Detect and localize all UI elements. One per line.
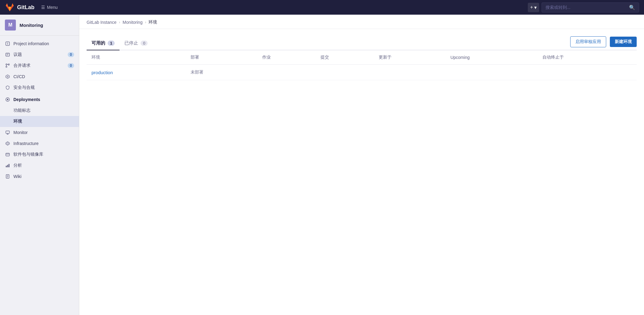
sidebar-item-issues[interactable]: 议题 0: [0, 49, 79, 60]
svg-rect-19: [6, 166, 7, 167]
sidebar-item-environments[interactable]: 环境: [0, 116, 79, 127]
env-name-link[interactable]: production: [91, 70, 113, 75]
tab-available-label: 可用的: [91, 40, 105, 46]
project-avatar: M: [5, 20, 16, 31]
sidebar-item-label: Project information: [13, 41, 74, 46]
main-content: GitLab Instance › Monitoring › 环境 可用的 1 …: [79, 15, 644, 315]
svg-point-6: [6, 64, 7, 65]
svg-point-8: [6, 66, 7, 67]
sidebar-item-label: Deployments: [13, 97, 74, 102]
packages-icon: [5, 152, 10, 157]
issues-badge: 0: [68, 52, 74, 57]
mr-badge: 0: [68, 63, 74, 68]
sidebar-item-label: Infrastructure: [13, 141, 74, 146]
gitlab-logo-icon: [5, 2, 15, 12]
tab-stopped-badge: 0: [141, 41, 148, 46]
env-upcoming-cell: [445, 65, 538, 80]
security-icon: [5, 85, 10, 90]
sidebar-item-label: 合并请求: [13, 63, 65, 68]
sidebar-item-packages[interactable]: 软件包与镜像库: [0, 149, 79, 160]
col-deploy: 部署: [186, 50, 257, 65]
svg-point-2: [7, 42, 8, 43]
sidebar-item-label: 分析: [13, 163, 74, 168]
search-icon-button[interactable]: 🔍: [629, 5, 635, 10]
sidebar-item-security[interactable]: 安全与合规: [0, 82, 79, 93]
sidebar-item-wiki[interactable]: Wiki: [0, 171, 79, 182]
issues-icon: [5, 52, 10, 57]
sidebar-item-label: 软件包与镜像库: [13, 152, 74, 157]
plus-icon: +: [530, 5, 533, 10]
svg-rect-20: [7, 165, 8, 167]
sidebar: M Monitoring Project information 议题 0: [0, 15, 79, 315]
sidebar-item-label: Monitor: [13, 130, 74, 135]
create-new-button[interactable]: + ▾: [528, 3, 539, 12]
sidebar-item-label: 功能标志: [13, 108, 74, 113]
svg-point-11: [7, 99, 9, 100]
svg-rect-12: [6, 131, 9, 133]
sidebar-item-label: 议题: [13, 52, 65, 57]
col-updated: 更新于: [374, 50, 445, 65]
col-environment: 环境: [87, 50, 186, 65]
merge-requests-icon: [5, 63, 10, 68]
hamburger-icon: ☰: [41, 5, 45, 10]
page-layout: M Monitoring Project information 议题 0: [0, 15, 644, 315]
sidebar-item-project-info[interactable]: Project information: [0, 38, 79, 49]
infrastructure-icon: [5, 141, 10, 146]
sidebar-item-monitor[interactable]: Monitor: [0, 127, 79, 138]
sidebar-item-cicd[interactable]: CI/CD: [0, 71, 79, 82]
breadcrumb-sep-1: ›: [119, 20, 120, 24]
sidebar-item-feature-flags[interactable]: 功能标志: [0, 105, 79, 116]
menu-label: Menu: [47, 5, 58, 10]
chevron-down-icon: ▾: [534, 5, 537, 10]
sidebar-item-deployments[interactable]: Deployments: [0, 93, 79, 105]
topnav: GitLab ☰ Menu + ▾ 🔍: [0, 0, 644, 15]
env-commit-cell: [316, 65, 374, 80]
tab-available[interactable]: 可用的 1: [87, 37, 120, 50]
sidebar-nav: Project information 议题 0 合并请求 0: [0, 36, 79, 184]
sidebar-item-label: Wiki: [13, 174, 74, 179]
environments-table: 环境 部署 作业 提交 更新于 Upcoming 自动终止于 productio…: [87, 50, 637, 80]
breadcrumb-current: 环境: [148, 20, 157, 25]
env-job-cell: [257, 65, 316, 80]
breadcrumb: GitLab Instance › Monitoring › 环境: [79, 15, 644, 29]
search-input[interactable]: [546, 5, 627, 10]
breadcrumb-monitoring[interactable]: Monitoring: [123, 20, 142, 25]
env-autostop-cell: [538, 65, 637, 80]
svg-rect-3: [6, 53, 9, 56]
cicd-icon: [5, 74, 10, 79]
svg-rect-21: [9, 164, 9, 167]
menu-button[interactable]: ☰ Menu: [38, 3, 61, 12]
sidebar-item-label: 安全与合规: [13, 85, 74, 90]
sidebar-item-infrastructure[interactable]: Infrastructure: [0, 138, 79, 149]
new-environment-button[interactable]: 新建环境: [610, 37, 637, 47]
brand-logo[interactable]: GitLab: [5, 2, 34, 12]
col-autostop: 自动终止于: [538, 50, 637, 65]
breadcrumb-gitlab-instance[interactable]: GitLab Instance: [87, 20, 116, 25]
tab-stopped[interactable]: 已停止 0: [120, 37, 152, 50]
tab-available-badge: 1: [108, 41, 115, 46]
brand-name-label: GitLab: [17, 4, 34, 11]
sidebar-item-merge-requests[interactable]: 合并请求 0: [0, 60, 79, 71]
col-commit: 提交: [316, 50, 374, 65]
breadcrumb-sep-2: ›: [145, 20, 146, 24]
env-deploy-cell: 未部署: [186, 65, 257, 80]
analytics-icon: [5, 163, 10, 168]
col-upcoming: Upcoming: [445, 50, 538, 65]
sidebar-item-analytics[interactable]: 分析: [0, 160, 79, 171]
deployments-icon: [5, 97, 10, 102]
monitor-icon: [5, 130, 10, 135]
env-name-cell: production: [87, 65, 186, 80]
svg-rect-15: [6, 153, 9, 156]
enable-review-app-button[interactable]: 启用审核应用: [570, 36, 606, 47]
search-box: 🔍: [542, 2, 639, 13]
col-job: 作业: [257, 50, 316, 65]
wiki-icon: [5, 174, 10, 179]
project-info-icon: [5, 41, 10, 46]
sidebar-item-label: 环境: [13, 119, 74, 124]
sidebar-item-label: CI/CD: [13, 74, 74, 79]
sidebar-project-header: M Monitoring: [0, 15, 79, 36]
topnav-actions: + ▾ 🔍: [528, 2, 639, 13]
svg-point-9: [7, 76, 8, 77]
page-body: 可用的 1 已停止 0 启用审核应用 新建环境 环境: [79, 29, 644, 88]
env-updated-cell: [374, 65, 445, 80]
